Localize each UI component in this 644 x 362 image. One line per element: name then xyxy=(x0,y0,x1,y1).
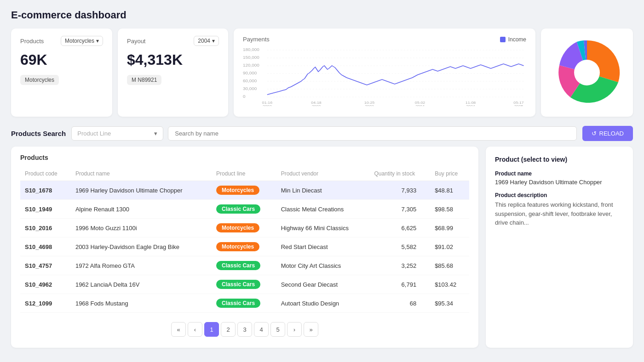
cell-code: S10_4757 xyxy=(20,256,71,275)
products-value: 69K xyxy=(20,51,103,68)
detail-name-value: 1969 Harley Davidson Ultimate Chopper xyxy=(495,179,624,186)
payouts-card-header: Payout 2004 ▾ xyxy=(127,36,219,46)
table-body: S10_1678 1969 Harley Davidson Ultimate C… xyxy=(20,181,469,313)
table-row[interactable]: S10_4962 1962 LanciaA Delta 16V Classic … xyxy=(20,275,469,294)
cell-quantity: 7,305 xyxy=(369,200,430,219)
cell-code: S12_1099 xyxy=(20,294,71,313)
cell-code: S10_4698 xyxy=(20,238,71,256)
svg-text:180,000: 180,000 xyxy=(243,47,259,51)
svg-text:2004: 2004 xyxy=(466,104,475,106)
detail-title: Product (select to view) xyxy=(495,156,624,163)
payouts-dropdown[interactable]: 2004 ▾ xyxy=(194,36,219,46)
payouts-dropdown-value: 2004 xyxy=(198,38,210,44)
products-badge: Motorcycles xyxy=(20,75,59,85)
filter-placeholder: Product Line xyxy=(77,130,111,137)
cell-line: Motorcycles xyxy=(212,219,276,238)
detail-desc-label: Product description xyxy=(495,192,624,198)
pie-chart xyxy=(550,36,624,109)
pagination-page-2[interactable]: 2 xyxy=(221,322,236,337)
payouts-value: $4,313K xyxy=(127,51,219,68)
income-legend-label: Income xyxy=(508,36,526,43)
cell-price: $95.34 xyxy=(430,294,469,313)
payments-chart: 180,000 150,000 120,000 90,000 60,000 30… xyxy=(243,46,526,102)
cell-line: Classic Cars xyxy=(212,294,276,313)
payouts-badge: M N89921 xyxy=(127,75,161,85)
page-container: E-commerce dashboard Products Motorcycle… xyxy=(0,0,644,362)
cell-vendor: Second Gear Diecast xyxy=(276,275,370,294)
income-legend-dot xyxy=(500,37,506,42)
cell-quantity: 6,791 xyxy=(369,275,430,294)
cell-code: S10_1678 xyxy=(20,181,71,200)
svg-text:150,000: 150,000 xyxy=(243,55,259,59)
cell-name: 2003 Harley-Davidson Eagle Drag Bike xyxy=(71,238,212,256)
top-cards-row: Products Motorcycles ▾ 69K Motorcycles P… xyxy=(11,28,633,117)
cell-name: 1962 LanciaA Delta 16V xyxy=(71,275,212,294)
pagination-prev-prev[interactable]: « xyxy=(171,322,186,337)
svg-text:2003: 2003 xyxy=(263,104,272,106)
cell-name: 1972 Alfa Romeo GTA xyxy=(71,256,212,275)
product-line-filter[interactable]: Product Line ▾ xyxy=(71,126,163,141)
svg-text:2003: 2003 xyxy=(312,104,321,106)
reload-label: RELOAD xyxy=(599,130,624,137)
product-line-tag: Classic Cars xyxy=(216,204,260,214)
col-name: Product name xyxy=(71,167,212,181)
table-row[interactable]: S10_4757 1972 Alfa Romeo GTA Classic Car… xyxy=(20,256,469,275)
table-row[interactable]: S10_1678 1969 Harley Davidson Ultimate C… xyxy=(20,181,469,200)
table-row[interactable]: S10_4698 2003 Harley-Davidson Eagle Drag… xyxy=(20,238,469,256)
page-title: E-commerce dashboard xyxy=(11,9,633,21)
table-row[interactable]: S12_1099 1968 Fods Mustang Classic Cars … xyxy=(20,294,469,313)
payments-label: Payments xyxy=(243,36,270,43)
pagination-page-5[interactable]: 5 xyxy=(270,322,285,337)
svg-text:2003: 2003 xyxy=(365,104,374,106)
detail-desc-value: This replica features working kickstand,… xyxy=(495,200,624,227)
cell-price: $48.81 xyxy=(430,181,469,200)
search-section-title: Products Search xyxy=(11,130,66,137)
pagination-next-next[interactable]: » xyxy=(304,322,318,337)
cell-name: 1969 Harley Davidson Ultimate Chopper xyxy=(71,181,212,200)
filter-chevron-icon: ▾ xyxy=(154,130,157,137)
pagination-next[interactable]: › xyxy=(287,322,302,337)
cell-line: Classic Cars xyxy=(212,200,276,219)
products-card-header: Products Motorcycles ▾ xyxy=(20,36,103,46)
pagination-prev[interactable]: ‹ xyxy=(188,322,202,337)
table-row[interactable]: S10_2016 1996 Moto Guzzi 1100i Motorcycl… xyxy=(20,219,469,238)
products-section: Products Product code Product name Produ… xyxy=(11,147,478,348)
payments-header: Payments Income xyxy=(243,36,526,43)
cell-quantity: 68 xyxy=(369,294,430,313)
pagination-page-1[interactable]: 1 xyxy=(204,322,219,337)
cell-price: $98.58 xyxy=(430,200,469,219)
products-label: Products xyxy=(20,38,44,45)
cell-quantity: 3,252 xyxy=(369,256,430,275)
search-input[interactable] xyxy=(168,126,576,141)
products-card: Products Motorcycles ▾ 69K Motorcycles xyxy=(11,28,112,117)
payments-chart-svg: 180,000 150,000 120,000 90,000 60,000 30… xyxy=(243,46,526,106)
product-line-tag: Motorcycles xyxy=(216,223,259,232)
product-line-tag: Motorcycles xyxy=(216,242,259,251)
cell-vendor: Autoart Studio Design xyxy=(276,294,370,313)
bottom-section: Products Search Product Line ▾ ↺ RELOAD … xyxy=(11,126,633,348)
table-header: Product code Product name Product line P… xyxy=(20,167,469,181)
products-dropdown[interactable]: Motorcycles ▾ xyxy=(61,36,103,46)
pagination-page-3[interactable]: 3 xyxy=(237,322,252,337)
cell-line: Motorcycles xyxy=(212,181,276,200)
svg-point-26 xyxy=(574,60,600,85)
cell-name: 1996 Moto Guzzi 1100i xyxy=(71,219,212,238)
cell-price: $85.68 xyxy=(430,256,469,275)
table-row[interactable]: S10_1949 Alpine Renault 1300 Classic Car… xyxy=(20,200,469,219)
cell-price: $103.42 xyxy=(430,275,469,294)
payouts-card: Payout 2004 ▾ $4,313K M N89921 xyxy=(118,28,228,117)
col-vendor: Product vendor xyxy=(276,167,370,181)
svg-text:2004: 2004 xyxy=(415,104,425,106)
svg-text:2005: 2005 xyxy=(514,104,523,106)
cell-quantity: 5,582 xyxy=(369,238,430,256)
detail-name-label: Product name xyxy=(495,170,624,177)
cell-code: S10_1949 xyxy=(20,200,71,219)
table-title: Products xyxy=(20,154,469,161)
cell-price: $68.99 xyxy=(430,219,469,238)
reload-icon: ↺ xyxy=(592,130,597,137)
pagination-page-4[interactable]: 4 xyxy=(254,322,269,337)
detail-panel: Product (select to view) Product name 19… xyxy=(486,147,633,348)
cell-vendor: Classic Metal Creations xyxy=(276,200,370,219)
svg-text:90,000: 90,000 xyxy=(243,70,257,75)
reload-button[interactable]: ↺ RELOAD xyxy=(582,126,633,141)
